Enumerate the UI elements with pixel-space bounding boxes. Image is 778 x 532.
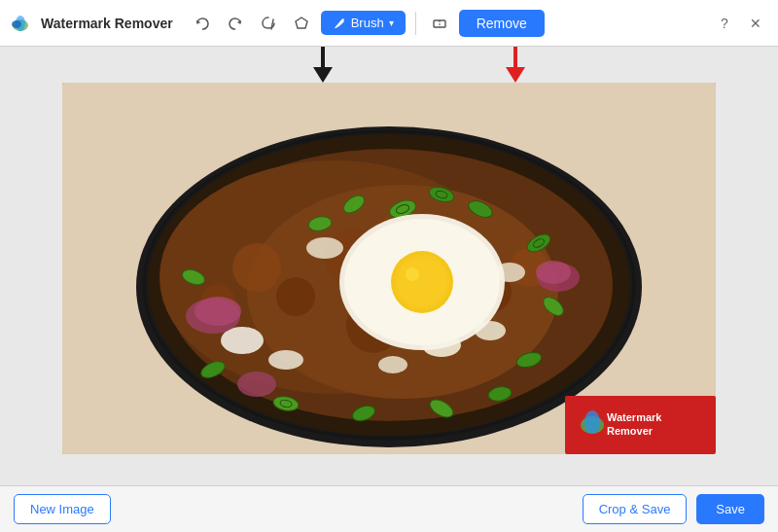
arrow-red-shaft xyxy=(513,47,517,67)
svg-point-14 xyxy=(232,243,281,292)
canvas-area: Watermark Remover xyxy=(0,47,778,490)
new-image-button[interactable]: New Image xyxy=(14,494,111,524)
app-logo-icon xyxy=(10,13,31,34)
undo-button[interactable] xyxy=(189,10,216,37)
toolbar-divider xyxy=(415,12,416,35)
svg-point-57 xyxy=(406,267,419,281)
eraser-button[interactable] xyxy=(426,10,453,37)
brush-chevron-icon: ▾ xyxy=(389,18,394,28)
remove-label: Remove xyxy=(477,16,527,31)
brush-label: Brush xyxy=(351,16,384,30)
redo-button[interactable] xyxy=(222,10,249,37)
svg-point-61 xyxy=(584,410,600,434)
svg-point-23 xyxy=(268,350,303,370)
close-button[interactable]: ✕ xyxy=(743,11,768,36)
image-container: Watermark Remover xyxy=(62,83,716,454)
footer-action-bar: New Image Crop & Save Save xyxy=(0,485,778,532)
svg-point-30 xyxy=(194,297,241,326)
title-bar: Watermark Remover Brush ▾ xyxy=(0,0,778,47)
svg-point-56 xyxy=(398,258,446,306)
arrow-black xyxy=(313,47,333,83)
save-button[interactable]: Save xyxy=(696,494,764,524)
eraser-icon xyxy=(432,16,447,31)
svg-point-15 xyxy=(276,277,315,316)
food-image: Watermark Remover xyxy=(62,83,716,454)
brush-icon xyxy=(333,17,346,30)
lasso-icon xyxy=(261,16,276,31)
svg-text:Watermark: Watermark xyxy=(607,411,662,423)
brush-button[interactable]: Brush ▾ xyxy=(321,11,406,35)
footer-right-actions: Crop & Save Save xyxy=(583,494,764,524)
svg-point-2 xyxy=(12,20,21,28)
svg-point-32 xyxy=(536,261,571,284)
lasso-button[interactable] xyxy=(255,10,282,37)
svg-point-33 xyxy=(237,372,276,397)
redo-icon xyxy=(228,16,243,31)
remove-button[interactable]: Remove xyxy=(459,10,545,37)
arrow-black-head xyxy=(313,67,333,83)
svg-point-27 xyxy=(306,237,343,259)
polygon-icon xyxy=(294,16,309,31)
svg-text:Remover: Remover xyxy=(607,425,654,437)
polygon-button[interactable] xyxy=(288,10,315,37)
crop-save-button[interactable]: Crop & Save xyxy=(583,494,688,524)
app-title: Watermark Remover xyxy=(41,16,173,31)
svg-point-26 xyxy=(378,356,407,373)
arrow-red-head xyxy=(506,67,525,83)
arrow-red xyxy=(506,47,525,83)
arrow-black-shaft xyxy=(321,47,325,67)
undo-icon xyxy=(194,16,210,31)
help-button[interactable]: ? xyxy=(712,11,737,36)
help-icon: ? xyxy=(721,16,728,31)
close-icon: ✕ xyxy=(750,16,761,31)
